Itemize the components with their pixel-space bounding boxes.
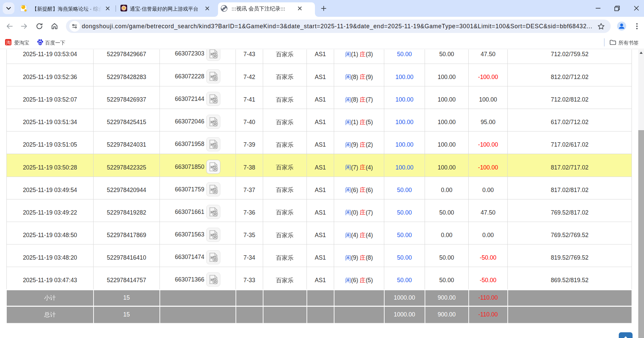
svg-text:du: du — [39, 42, 41, 45]
